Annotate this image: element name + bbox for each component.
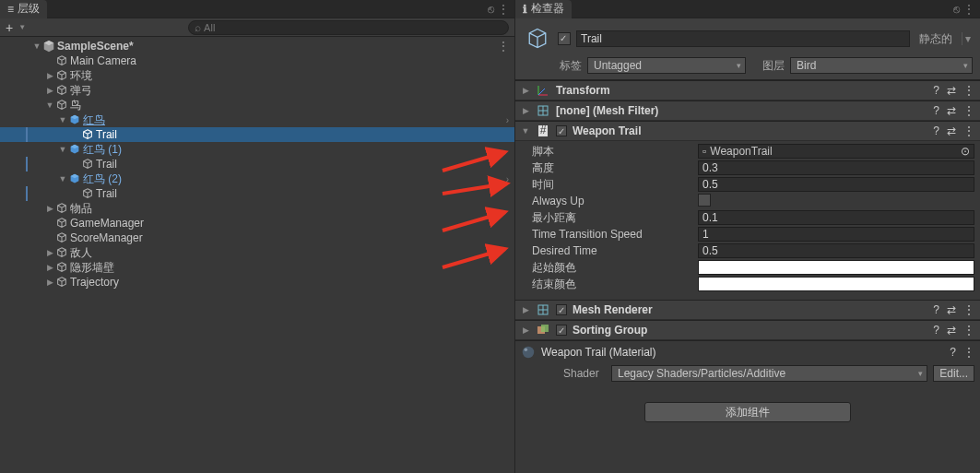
- scene-row[interactable]: ▼ SampleScene* ⋮: [0, 39, 514, 53]
- foldout-icon[interactable]: ▶: [521, 86, 530, 95]
- tree-item-enemies[interactable]: ▶ 敌人: [0, 245, 514, 260]
- tree-item-trail[interactable]: Trail: [0, 127, 514, 142]
- foldout-icon[interactable]: ▶: [44, 86, 55, 95]
- tag-dropdown[interactable]: Untagged: [587, 57, 746, 74]
- component-enabled-checkbox[interactable]: [556, 125, 567, 136]
- foldout-icon[interactable]: ▼: [44, 101, 55, 110]
- foldout-icon[interactable]: ▼: [521, 126, 530, 136]
- foldout-icon[interactable]: ▶: [44, 204, 55, 213]
- material-header[interactable]: Weapon Trail (Material) ?⋮: [515, 340, 980, 363]
- menu-icon[interactable]: ⋮: [963, 324, 974, 337]
- gameobject-icon: [55, 202, 68, 215]
- tree-item-redbird1[interactable]: ▼ 红鸟 (1): [0, 142, 514, 157]
- preset-icon[interactable]: ⇄: [947, 303, 956, 316]
- gameobject-icon: [55, 217, 68, 230]
- always-up-checkbox[interactable]: [698, 194, 711, 207]
- weapontrail-component-header[interactable]: ▼ # Weapon Trail ?⇄⋮: [515, 121, 980, 141]
- meshrenderer-component-header[interactable]: ▶ Mesh Renderer ?⇄⋮: [515, 300, 980, 320]
- help-icon[interactable]: ?: [933, 324, 939, 337]
- tree-item-gamemanager[interactable]: GameManager: [0, 216, 514, 231]
- lock-icon[interactable]: ⎋: [953, 3, 960, 16]
- tree-item-slingshot[interactable]: ▶ 弹弓: [0, 83, 514, 98]
- menu-icon[interactable]: ⋮: [963, 124, 974, 137]
- add-component-button[interactable]: 添加组件: [644, 402, 851, 422]
- tree-item-trajectory[interactable]: ▶ Trajectory: [0, 275, 514, 290]
- foldout-icon[interactable]: ▼: [57, 174, 68, 183]
- tree-item-scoremanager[interactable]: ScoreManager: [0, 231, 514, 245]
- tree-item-bird[interactable]: ▼ 鸟: [0, 98, 514, 112]
- component-enabled-checkbox[interactable]: [556, 304, 567, 315]
- preset-icon[interactable]: ⇄: [947, 84, 956, 97]
- foldout-icon[interactable]: ▶: [44, 263, 55, 272]
- min-dist-label: 最小距离: [521, 210, 692, 226]
- inspector-tab[interactable]: ℹ 检查器: [515, 0, 572, 18]
- prefab-bar: [26, 127, 28, 142]
- foldout-icon[interactable]: ▶: [521, 106, 530, 115]
- tree-item-wall[interactable]: ▶ 隐形墙壁: [0, 260, 514, 275]
- create-dropdown-icon[interactable]: ▼: [18, 23, 26, 31]
- component-enabled-checkbox[interactable]: [556, 325, 567, 336]
- height-field[interactable]: [698, 160, 974, 175]
- transform-component-header[interactable]: ▶ Transform ?⇄⋮: [515, 80, 980, 101]
- create-button[interactable]: +: [6, 20, 13, 35]
- foldout-icon[interactable]: ▼: [57, 145, 68, 154]
- foldout-icon[interactable]: ▼: [57, 115, 68, 124]
- tab-menu-icon[interactable]: ⋮: [963, 3, 974, 16]
- transition-field[interactable]: [698, 227, 974, 242]
- foldout-icon[interactable]: ▼: [31, 41, 42, 51]
- tree-item-camera[interactable]: Main Camera: [0, 53, 514, 68]
- object-picker-icon[interactable]: ⊙: [961, 145, 970, 158]
- min-dist-field[interactable]: [698, 210, 974, 225]
- search-input[interactable]: [204, 22, 502, 33]
- gameobject-name-input[interactable]: [576, 30, 910, 47]
- desired-time-field[interactable]: [698, 243, 974, 258]
- help-icon[interactable]: ?: [933, 84, 939, 97]
- start-color-field[interactable]: [698, 260, 974, 275]
- lock-icon[interactable]: ⎋: [488, 3, 494, 16]
- meshfilter-component-header[interactable]: ▶ [none] (Mesh Filter) ?⇄⋮: [515, 101, 980, 121]
- tab-menu-icon[interactable]: ⋮: [498, 3, 509, 16]
- tree-item-env[interactable]: ▶ 环境: [0, 68, 514, 83]
- start-color-label: 起始颜色: [521, 260, 692, 276]
- gameobject-big-icon[interactable]: [523, 24, 552, 53]
- time-field[interactable]: [698, 177, 974, 192]
- tree-item-redbird[interactable]: ▼ 红鸟 ›: [0, 112, 514, 127]
- foldout-icon[interactable]: ▶: [521, 305, 530, 314]
- gameobject-icon: [55, 246, 68, 259]
- preset-icon[interactable]: ⇄: [947, 324, 956, 337]
- tree-item-items[interactable]: ▶ 物品: [0, 201, 514, 216]
- foldout-icon[interactable]: ▶: [44, 71, 55, 80]
- shader-edit-button[interactable]: Edit...: [933, 365, 974, 382]
- tree-item-trail2[interactable]: Trail: [0, 186, 514, 201]
- help-icon[interactable]: ?: [933, 303, 939, 316]
- menu-icon[interactable]: ⋮: [963, 104, 974, 117]
- hierarchy-search[interactable]: ⌕: [188, 20, 509, 35]
- foldout-icon[interactable]: ▶: [44, 248, 55, 257]
- shader-dropdown[interactable]: Legacy Shaders/Particles/Additive: [611, 365, 927, 382]
- tree-item-redbird2[interactable]: ▼ 红鸟 (2) ›: [0, 171, 514, 186]
- chevron-right-icon[interactable]: ›: [506, 115, 509, 125]
- menu-icon[interactable]: ⋮: [963, 346, 974, 359]
- menu-icon[interactable]: ⋮: [963, 303, 974, 316]
- foldout-icon[interactable]: ▶: [521, 325, 530, 335]
- foldout-icon[interactable]: ▶: [44, 278, 55, 287]
- hierarchy-tab-label: 层级: [18, 1, 40, 17]
- scene-menu-icon[interactable]: ⋮: [498, 40, 509, 53]
- svg-point-7: [525, 349, 528, 352]
- layer-dropdown[interactable]: Bird: [790, 57, 973, 74]
- menu-icon[interactable]: ⋮: [963, 84, 974, 97]
- help-icon[interactable]: ?: [933, 124, 939, 137]
- preset-icon[interactable]: ⇄: [947, 104, 956, 117]
- end-color-field[interactable]: [698, 277, 974, 291]
- gameobject-icon: [55, 231, 68, 244]
- hierarchy-tab[interactable]: ≡ 层级: [0, 0, 47, 18]
- chevron-right-icon[interactable]: ›: [506, 174, 509, 184]
- preset-icon[interactable]: ⇄: [947, 124, 956, 137]
- help-icon[interactable]: ?: [950, 346, 956, 359]
- static-dropdown[interactable]: ▾: [962, 32, 973, 45]
- script-field[interactable]: ▫WeaponTrail⊙: [698, 144, 974, 159]
- tree-item-trail1[interactable]: Trail: [0, 157, 514, 171]
- help-icon[interactable]: ?: [933, 104, 939, 117]
- active-checkbox[interactable]: [558, 32, 571, 45]
- sortinggroup-component-header[interactable]: ▶ Sorting Group ?⇄⋮: [515, 320, 980, 340]
